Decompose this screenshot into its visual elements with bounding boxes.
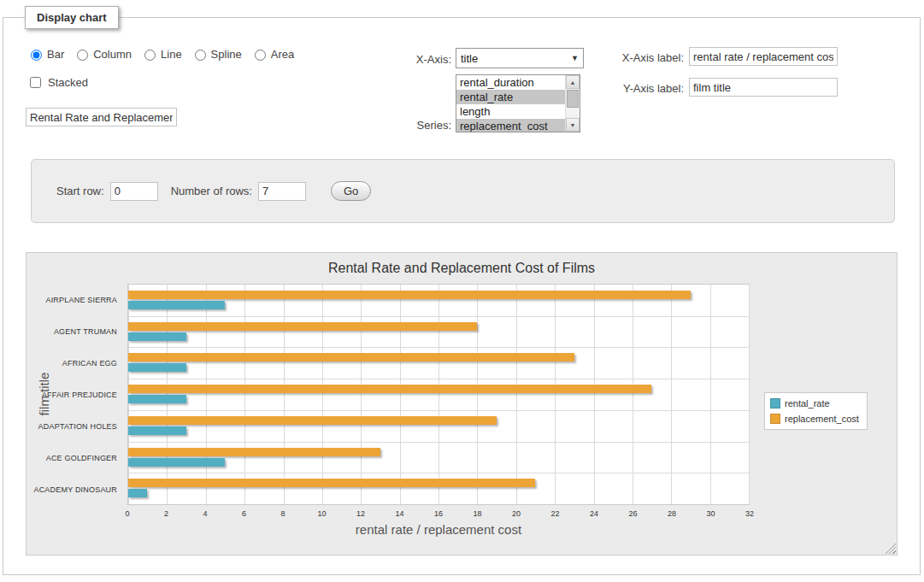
legend-swatch-replacement-cost [770,414,780,424]
x-tick-labels: 02468101214161820222426283032 [127,509,750,520]
chart-container: Rental Rate and Replacement Cost of Film… [26,252,898,556]
vertical-gridline [594,285,595,504]
bar-replacement_cost [128,448,380,456]
x-axis-selected-value: title [461,52,478,65]
x-axis-select-label: X-Axis: [382,53,451,66]
vertical-gridline [206,285,207,504]
horizontal-gridline [128,473,749,473]
chart-type-option-line[interactable]: Line [140,47,182,61]
legend-item: rental_rate [770,398,859,409]
bar-radio[interactable] [31,50,42,61]
x-tick-label: 24 [590,509,598,518]
go-button[interactable]: Go [331,181,371,201]
bar-rental_rate [128,301,225,309]
series-option[interactable]: rental_duration [456,75,580,90]
scroll-down-icon[interactable]: ▼ [566,118,580,132]
x-axis-label-input[interactable] [689,47,838,66]
spline-radio-label: Spline [211,48,242,61]
column-radio[interactable] [77,50,88,61]
bar-rental_rate [128,458,225,467]
bar-replacement_cost [128,479,535,487]
vertical-gridline [322,285,323,504]
x-axis-label-label: X-Axis label: [609,51,684,64]
chart-title-input[interactable] [26,108,177,126]
listbox-scrollbar[interactable]: ▲ ▼ [565,75,580,132]
bar-replacement_cost [128,353,574,362]
start-row-input[interactable] [110,182,158,201]
vertical-gridline [284,285,285,504]
bar-rental_rate [128,426,186,435]
vertical-gridline [244,285,245,504]
x-tick-label: 28 [668,509,676,518]
horizontal-gridline [128,347,749,348]
bar-rental_rate [128,395,186,403]
x-tick-label: 18 [473,509,481,518]
vertical-gridline [555,285,556,504]
vertical-gridline [477,285,478,504]
x-tick-label: 12 [356,509,365,518]
scroll-up-icon[interactable]: ▲ [566,75,580,89]
area-radio-label: Area [271,48,294,61]
series-option[interactable]: replacement_cost [456,119,580,132]
series-select-label: Series: [382,119,451,132]
series-option[interactable]: length [456,104,580,119]
x-tick-label: 20 [512,509,521,518]
series-listbox[interactable]: rental_duration rental_rate length repla… [456,74,580,132]
y-axis-label-input[interactable] [689,78,838,97]
x-tick-label: 8 [280,509,285,518]
vertical-gridline [710,285,711,504]
chart-type-option-area[interactable]: Area [250,47,294,61]
y-axis-label-label: Y-Axis label: [609,82,684,95]
resize-handle-icon[interactable] [885,543,896,554]
vertical-gridline [749,285,750,504]
chart-legend: rental_rate replacement_cost [764,392,868,430]
chevron-down-icon: ▼ [571,54,579,62]
x-tick-label: 32 [745,509,754,518]
start-row-label: Start row: [56,185,104,197]
chart-type-option-bar[interactable]: Bar [26,47,64,61]
bar-rental_rate [128,332,186,341]
bar-replacement_cost [128,385,651,393]
vertical-gridline [633,285,633,504]
x-axis-select[interactable]: title ▼ [456,48,584,68]
number-of-rows-label: Number of rows: [171,185,252,197]
stacked-option[interactable]: Stacked [26,74,88,91]
horizontal-gridline [128,410,749,411]
bar-radio-label: Bar [47,48,64,61]
y-category-label: AFFAIR PREJUDICE [42,391,117,399]
area-radio[interactable] [255,50,266,61]
line-radio-label: Line [161,48,182,61]
y-category-label: ACE GOLDFINGER [46,454,117,462]
x-tick-label: 0 [125,509,129,518]
x-tick-label: 4 [203,509,207,518]
horizontal-gridline [128,442,749,443]
number-of-rows-input[interactable] [258,182,306,201]
legend-item: replacement_cost [770,414,859,424]
vertical-gridline [671,285,672,504]
scrollbar-thumb[interactable] [567,90,579,108]
x-tick-label: 26 [628,509,637,518]
bar-replacement_cost [128,416,497,425]
legend-label: rental_rate [785,398,830,409]
x-tick-label: 2 [164,509,168,518]
chart-type-options: Bar Column Line Spline Area [26,47,294,61]
x-axis-title: rental rate / replacement cost [127,522,750,537]
legend-label: replacement_cost [785,414,859,424]
chart-type-option-spline[interactable]: Spline [191,47,242,61]
bar-replacement_cost [128,291,691,299]
row-range-controls: Start row: Number of rows: Go [56,160,371,222]
bar-replacement_cost [128,322,477,331]
x-tick-label: 16 [434,509,443,518]
line-radio[interactable] [144,50,156,61]
chart-type-option-column[interactable]: Column [73,47,132,61]
spline-radio[interactable] [195,50,206,61]
stacked-checkbox[interactable] [30,77,41,88]
series-option[interactable]: rental_rate [456,90,580,104]
x-tick-label: 6 [242,509,246,518]
x-tick-label: 22 [550,509,559,518]
horizontal-gridline [128,316,749,317]
row-range-panel: Start row: Number of rows: Go [31,159,895,223]
horizontal-gridline [128,379,749,379]
y-category-label: AGENT TRUMAN [54,327,117,336]
stacked-label: Stacked [48,76,88,89]
